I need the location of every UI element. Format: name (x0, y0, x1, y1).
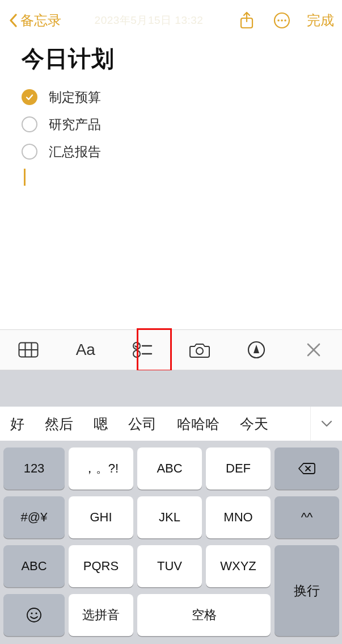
candidate-item[interactable]: 嗯 (83, 407, 118, 441)
aa-label: Aa (76, 341, 95, 359)
key-emoji[interactable] (3, 594, 65, 636)
checklist-bullet-unchecked[interactable] (22, 116, 37, 132)
text-caret (24, 169, 26, 186)
checklist-bullet-checked[interactable] (22, 89, 37, 105)
keyboard: 123 ，。?! ABC DEF #@¥ GHI JKL MNO ^^ ABC … (0, 441, 342, 644)
nav-header: 备忘录 2023年5月15日 13:32 完成 (0, 0, 342, 41)
key-select-pinyin[interactable]: 选拼音 (69, 594, 133, 636)
ghost-date: 2023年5月15日 13:32 (95, 13, 204, 28)
key-pqrs[interactable]: PQRS (69, 545, 133, 587)
key-symbols[interactable]: #@¥ (3, 496, 65, 538)
key-wxyz[interactable]: WXYZ (206, 545, 271, 587)
key-abc[interactable]: ABC (137, 448, 202, 490)
checklist-bullet-unchecked[interactable] (22, 144, 37, 160)
table-button[interactable] (0, 342, 57, 358)
candidate-item[interactable]: 哈哈哈 (167, 407, 230, 441)
format-toolbar: Aa (0, 329, 342, 370)
svg-point-21 (35, 612, 37, 614)
expand-candidates-button[interactable] (310, 407, 342, 441)
key-abc-switch[interactable]: ABC (3, 545, 65, 587)
checklist-button[interactable] (114, 341, 171, 358)
svg-point-13 (196, 348, 203, 354)
todo-item[interactable]: 汇总报告 (22, 138, 320, 165)
markup-button[interactable] (228, 341, 285, 359)
svg-point-20 (31, 612, 32, 614)
todo-text[interactable]: 研究产品 (49, 116, 101, 133)
key-space[interactable]: 空格 (137, 594, 271, 636)
svg-point-19 (27, 608, 41, 622)
todo-text[interactable]: 汇总报告 (49, 143, 101, 161)
chevron-left-icon (8, 12, 18, 28)
svg-point-11 (133, 350, 140, 357)
svg-point-3 (281, 19, 283, 22)
key-def[interactable]: DEF (206, 448, 271, 490)
key-123[interactable]: 123 (3, 448, 65, 490)
note-title[interactable]: 今日计划 (22, 43, 320, 74)
candidate-item[interactable]: 今天 (230, 407, 278, 441)
backspace-icon (298, 462, 316, 475)
keyboard-gap (0, 370, 342, 407)
candidate-bar: 好 然后 嗯 公司 哈哈哈 今天 (0, 407, 342, 441)
key-emoticon[interactable]: ^^ (275, 496, 339, 538)
emoji-icon (26, 607, 42, 623)
key-jkl[interactable]: JKL (137, 496, 202, 538)
todo-text[interactable]: 制定预算 (49, 89, 101, 106)
done-button[interactable]: 完成 (307, 11, 334, 30)
key-mno[interactable]: MNO (206, 496, 271, 538)
candidate-item[interactable]: 然后 (35, 407, 83, 441)
candidate-list[interactable]: 好 然后 嗯 公司 哈哈哈 今天 (0, 407, 310, 441)
back-label: 备忘录 (20, 11, 61, 30)
note-body[interactable]: 今日计划 制定预算 研究产品 汇总报告 (0, 41, 342, 188)
svg-point-2 (277, 19, 280, 22)
key-return[interactable]: 换行 (275, 545, 339, 636)
share-icon[interactable] (237, 10, 257, 31)
camera-button[interactable] (171, 341, 229, 358)
text-cursor-line[interactable] (22, 169, 320, 188)
svg-point-4 (284, 19, 286, 22)
candidate-item[interactable]: 好 (0, 407, 35, 441)
text-format-button[interactable]: Aa (57, 341, 115, 359)
todo-item[interactable]: 制定预算 (22, 83, 320, 111)
dismiss-keyboard-button[interactable] (285, 342, 343, 357)
key-tuv[interactable]: TUV (137, 545, 202, 587)
key-ghi[interactable]: GHI (69, 496, 133, 538)
candidate-item[interactable]: 公司 (118, 407, 167, 441)
back-button[interactable]: 备忘录 (8, 11, 61, 30)
key-punctuation[interactable]: ，。?! (69, 448, 133, 490)
key-backspace[interactable] (275, 448, 339, 490)
todo-item[interactable]: 研究产品 (22, 111, 320, 138)
todo-list: 制定预算 研究产品 汇总报告 (22, 83, 320, 188)
more-icon[interactable] (272, 10, 292, 31)
